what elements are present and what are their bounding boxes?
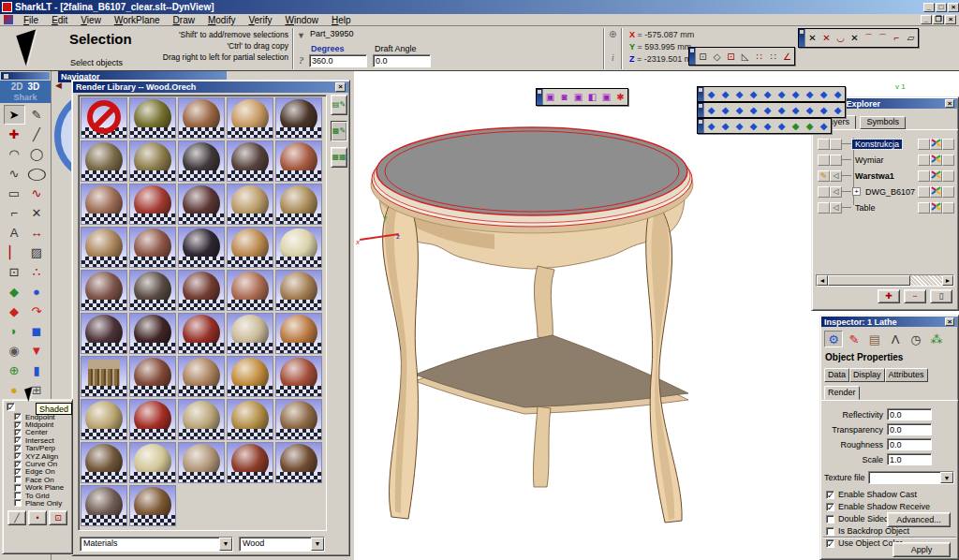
layer-name[interactable]: Konstrukcja [852, 140, 902, 149]
curve-tool[interactable]: ∿ [4, 164, 25, 184]
edit-points-tool[interactable]: ∴ [26, 262, 48, 282]
material-swatch-35[interactable] [81, 399, 127, 440]
trim-cut-icon[interactable]: ✕ [819, 32, 834, 45]
dot-grid-2-icon[interactable]: ∷ [766, 50, 780, 63]
menu-item-window[interactable]: Window [278, 15, 325, 25]
layer-extra-cell[interactable] [942, 155, 954, 166]
menu-item-file[interactable]: File [17, 15, 45, 25]
dome-icon[interactable]: ◆ [831, 104, 845, 117]
line-tool[interactable]: ╱ [26, 125, 48, 144]
snap-checkbox[interactable]: ✓ [14, 429, 22, 436]
checkbox[interactable]: ✓ [826, 539, 834, 548]
material-swatch-3[interactable] [227, 97, 273, 139]
layer-name[interactable]: Table [852, 203, 878, 213]
pencil-edit-icon[interactable]: ✎ [845, 331, 863, 347]
layer-name[interactable]: DWG_B6107 [863, 187, 918, 197]
snap-checkbox[interactable]: ✓ [14, 452, 22, 460]
material-swatch-42[interactable] [178, 442, 225, 483]
layer-visibility-cell[interactable]: ◁ [830, 202, 842, 214]
material-swatch-45[interactable] [81, 485, 127, 526]
layer-visibility-cell[interactable] [830, 139, 842, 150]
toolbar-drag-handle[interactable] [537, 89, 543, 105]
material-swatch-15[interactable] [81, 227, 127, 268]
inspector-tab-display[interactable]: Display [849, 368, 885, 382]
navigator-panel-icon[interactable]: ◀ [55, 81, 62, 90]
surface-3d-tool[interactable]: ◆ [4, 302, 25, 321]
material-swatch-34[interactable] [275, 356, 322, 397]
material-swatch-44[interactable] [275, 442, 322, 483]
revolve-3d-tool[interactable]: ↷ [26, 302, 48, 321]
field-input-scale[interactable] [887, 453, 932, 465]
layer-extra-cell[interactable] [942, 202, 954, 214]
layer-edit-cell[interactable] [818, 139, 830, 150]
minimize-button[interactable]: _ [923, 3, 935, 12]
boss-icon[interactable]: ◆ [789, 88, 803, 101]
material-swatch-37[interactable] [178, 399, 225, 440]
checkbox[interactable] [826, 515, 834, 523]
dim-diamond-icon[interactable]: ◇ [710, 50, 724, 63]
edit-material-button[interactable]: ▤✎ [331, 95, 347, 115]
branch-icon[interactable]: ◆ [817, 88, 831, 101]
material-swatch-32[interactable] [178, 356, 225, 397]
chevron-down-icon[interactable]: ▼ [219, 538, 232, 551]
material-swatch-46[interactable] [129, 485, 176, 526]
menu-item-modify[interactable]: Modify [201, 15, 242, 25]
field-input-transparency[interactable] [887, 423, 932, 435]
polyline-tool[interactable]: ⌐ [4, 203, 25, 223]
snap-line-button[interactable]: ╱ [7, 510, 26, 525]
history-clock-icon[interactable]: ◷ [907, 331, 925, 347]
shell-icon[interactable]: ◆ [746, 88, 760, 101]
solids-toolbar-3[interactable]: ◆◆◆◆◆◆◆◆◆ [697, 118, 832, 134]
layer-extra-cell[interactable] [942, 139, 954, 150]
inspector-tab-attributes[interactable]: Attributes [885, 368, 928, 382]
menu-item-draw[interactable]: Draw [167, 15, 201, 25]
material-swatch-2[interactable] [178, 97, 225, 139]
material-swatch-27[interactable] [178, 313, 225, 354]
material-swatch-18[interactable] [227, 227, 273, 268]
solids-toolbar-1[interactable]: ◆◆◆◆◆◆◆◆◆◆ [697, 86, 846, 102]
animation-icon[interactable]: ◧ [585, 91, 599, 104]
pattern-icon[interactable]: ◆ [789, 120, 803, 133]
inspector-tab-data[interactable]: Data [824, 368, 849, 382]
material-swatch-4[interactable] [275, 97, 322, 139]
layer-visibility-cell[interactable] [830, 155, 842, 166]
expander-icon[interactable]: ▼ [297, 31, 305, 40]
checkbox[interactable]: ✓ [826, 503, 834, 511]
mirror-icon[interactable]: ◆ [803, 120, 817, 133]
material-swatch-1[interactable] [129, 97, 176, 139]
material-swatch-33[interactable] [227, 356, 273, 397]
subtract-icon[interactable]: ◆ [718, 120, 732, 133]
material-swatch-43[interactable] [227, 442, 273, 483]
mdi-minimize-button[interactable]: _ [921, 15, 932, 24]
delete-layer-button[interactable]: ▯ [930, 289, 952, 303]
layer-name[interactable]: Wymiar [852, 155, 886, 165]
toolbar-drag-handle[interactable] [689, 48, 696, 65]
material-swatch-40[interactable] [81, 442, 127, 483]
snap-checkbox[interactable]: ✓ [14, 421, 22, 429]
layer-row-dwg_b6107[interactable]: ◁+DWG_B6107 [812, 184, 958, 199]
checkbox[interactable] [826, 527, 834, 536]
camera-settings-icon[interactable]: ▣ [599, 91, 613, 104]
text-tool[interactable]: A [4, 223, 25, 243]
tab-2d[interactable]: 2D [11, 81, 23, 92]
menu-item-workplane[interactable]: WorkPlane [108, 15, 167, 25]
layer-row-wymiar[interactable]: Wymiar [812, 152, 958, 168]
trim-curve-icon[interactable]: ◡ [834, 32, 848, 45]
draft-angle-input[interactable] [373, 54, 431, 67]
hole-icon[interactable]: ◆ [803, 88, 817, 101]
inspector-titlebar[interactable]: Inspector: 1 Lathe × [821, 317, 957, 327]
layer-blank-cell[interactable] [918, 186, 930, 198]
round-edge-icon[interactable]: ◆ [718, 104, 732, 117]
palette-caption[interactable] [1, 72, 50, 80]
loft-icon[interactable]: ◆ [732, 88, 746, 101]
pin-3d-tool[interactable]: ▼ [26, 341, 48, 361]
snap-checkbox[interactable] [14, 476, 22, 483]
lambda-icon[interactable]: Λ [886, 331, 905, 347]
replace-face-icon[interactable]: ◆ [803, 104, 817, 117]
layer-blank-cell[interactable] [918, 202, 930, 214]
material-swatch-20[interactable] [81, 270, 127, 311]
remove-layer-button[interactable]: − [904, 289, 926, 303]
split-icon[interactable]: ◆ [760, 120, 775, 133]
mdi-restore-button[interactable]: ❐ [933, 15, 944, 24]
sphere-3d-tool[interactable]: ● [26, 282, 48, 302]
